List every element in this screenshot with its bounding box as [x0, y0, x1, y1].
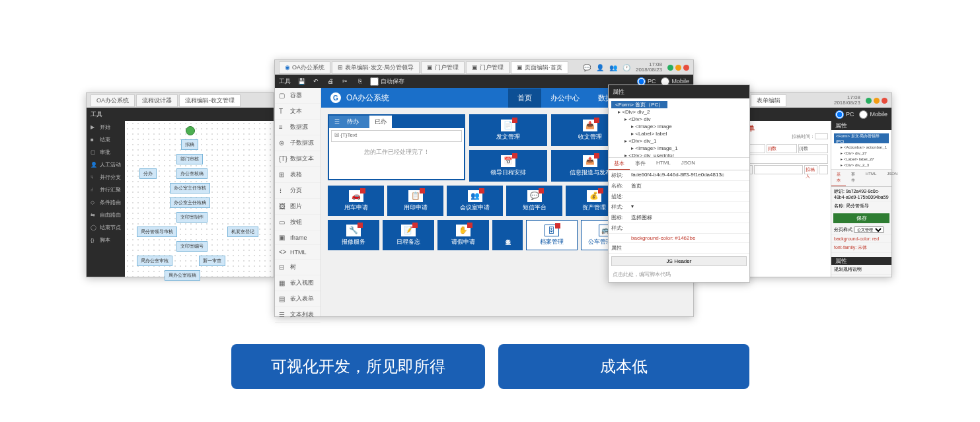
close-icon[interactable]: [882, 98, 887, 104]
prop-tab[interactable]: HTML: [651, 158, 676, 170]
autosave-checkbox[interactable]: 自动保存: [370, 77, 404, 86]
flow-node[interactable]: 办公室主任核稿: [170, 197, 210, 208]
feature-pill-lowcost[interactable]: 成本低: [498, 344, 749, 389]
tile[interactable]: 📄发文管理: [469, 114, 547, 146]
tile[interactable]: 业务系统: [492, 220, 523, 250]
app-tab[interactable]: ⊞表单编辑·发文·局分管领导: [332, 61, 420, 74]
flow-node[interactable]: 分办: [139, 168, 157, 179]
flow-node[interactable]: 文印室制作: [176, 212, 207, 223]
clock-icon[interactable]: 🕐: [622, 64, 630, 71]
tile[interactable]: 👥会议室申请: [447, 186, 503, 216]
js-header-section[interactable]: JS Header: [611, 256, 747, 266]
tile[interactable]: 🔧报修服务: [328, 220, 379, 250]
form-cell[interactable]: {i}数: [798, 144, 829, 153]
print-icon[interactable]: 🖨: [326, 77, 334, 85]
view-mobile-radio[interactable]: Mobile: [859, 110, 887, 119]
nav-item[interactable]: 首页: [508, 88, 541, 108]
element-tree[interactable]: <Form> 首页（PC）▸ <Div> div_2▸ <Div> div▸ <…: [609, 98, 749, 158]
component-item[interactable]: ▭按钮: [275, 215, 320, 230]
component-item[interactable]: ▦嵌入视图: [275, 275, 320, 291]
form-element-tree[interactable]: <Form> 发文·局办管领导(PC)▸ <Actionbar> actionb…: [831, 130, 891, 170]
nav-item[interactable]: 办公中心: [541, 88, 589, 108]
group-icon[interactable]: 👥: [609, 64, 617, 71]
prop-tab[interactable]: 事件: [630, 158, 651, 170]
app-tab[interactable]: ◉OA办公系统: [279, 61, 330, 74]
flow-node[interactable]: 拟稿: [181, 139, 198, 150]
form-cell[interactable]: {i}数: [767, 144, 797, 153]
tile[interactable]: ✋请假申请: [437, 220, 489, 250]
save-button[interactable]: 保存: [833, 213, 889, 223]
flow-node[interactable]: 局分管领导审核: [137, 227, 177, 237]
feature-pill-wysiwyg[interactable]: 可视化开发，所见即所得: [231, 344, 485, 389]
tile[interactable]: 🗄档案管理: [526, 220, 578, 250]
prop-tab[interactable]: HTML: [860, 170, 882, 186]
palette-item[interactable]: ◯结束节点: [87, 221, 125, 234]
form-cell[interactable]: [819, 165, 828, 174]
palette-item[interactable]: ▶开始: [87, 121, 125, 133]
flow-start-node[interactable]: [186, 126, 195, 135]
flow-node[interactable]: 部门审核: [176, 154, 203, 164]
component-item[interactable]: ▢容器: [275, 88, 320, 104]
todo-tab[interactable]: 已办: [369, 116, 392, 128]
chat-icon[interactable]: 💬: [583, 64, 591, 71]
tile[interactable]: 📅领导日程安排: [469, 150, 547, 182]
tile[interactable]: 📝日程备忘: [383, 220, 434, 250]
tile[interactable]: 🚗用车申请: [328, 186, 384, 216]
form-cell[interactable]: [754, 165, 803, 174]
prop-tab[interactable]: JSON: [882, 170, 903, 186]
todo-panel[interactable]: ☰ 待办 已办 ☒ {T}Text 您的工作已经处理完了！: [328, 114, 465, 180]
palette-item[interactable]: ⇆自由路由: [87, 209, 125, 221]
style-dropdown[interactable]: 分页样式 公文管理: [831, 225, 891, 235]
app-tab[interactable]: ▣页面编辑·首页: [511, 61, 568, 74]
component-item[interactable]: ☰文本列表: [275, 307, 320, 323]
component-item[interactable]: ▣Iframe: [275, 230, 320, 245]
palette-item[interactable]: ⑂并行分支: [87, 171, 125, 184]
minimize-icon[interactable]: [667, 65, 673, 71]
todo-field[interactable]: ☒ {T}Text: [331, 130, 462, 142]
component-item[interactable]: ≡数据源: [275, 120, 320, 135]
save-icon[interactable]: 💾: [297, 77, 305, 85]
undo-icon[interactable]: ↶: [312, 77, 320, 85]
component-item[interactable]: ⊟树: [275, 260, 320, 275]
prop-tab[interactable]: 事件: [846, 170, 860, 186]
script-placeholder[interactable]: 点击此处，编写脚本代码: [609, 269, 749, 280]
app-tab[interactable]: 流程编辑-收文管理: [179, 94, 241, 107]
component-item[interactable]: ▤嵌入表单: [275, 291, 320, 307]
todo-tab[interactable]: ☰ 待办: [329, 116, 369, 128]
user-icon[interactable]: 👤: [596, 64, 604, 71]
prop-tab[interactable]: 基本: [831, 170, 846, 186]
view-pc-radio[interactable]: PC: [835, 110, 854, 119]
flow-node[interactable]: 文印室编号: [176, 241, 207, 252]
component-item[interactable]: {T}数据文本: [275, 151, 320, 167]
palette-item[interactable]: ⑃并行汇聚: [87, 184, 125, 196]
close-icon[interactable]: [683, 65, 689, 71]
palette-item[interactable]: ▢审批: [87, 146, 125, 158]
app-tab[interactable]: ▣门户管理: [421, 61, 465, 74]
tile[interactable]: 📋用印申请: [387, 186, 443, 216]
flow-node[interactable]: 办公室核稿: [176, 168, 207, 179]
component-item[interactable]: ⫶分页: [275, 183, 320, 199]
workflow-canvas[interactable]: 拟稿 部门审核 分办 办公室核稿 办公室主任审核 办公室主任核稿 文印室制作 局…: [125, 121, 274, 277]
component-item[interactable]: <>HTML: [275, 245, 320, 260]
app-tab[interactable]: ▣门户管理: [466, 61, 509, 74]
component-item[interactable]: ⊞表格: [275, 167, 320, 183]
component-item[interactable]: ⊜子数据源: [275, 135, 320, 151]
flow-node[interactable]: 局办公室核稿: [165, 270, 200, 281]
flow-node[interactable]: 办公室主任审核: [170, 183, 210, 193]
prop-tab[interactable]: 基本: [609, 158, 630, 170]
palette-item[interactable]: ◇条件路由: [87, 196, 125, 209]
app-tab[interactable]: OA办公系统: [91, 94, 135, 107]
cut-icon[interactable]: ✂: [341, 77, 349, 85]
flow-node[interactable]: 机要室登记: [227, 227, 258, 237]
palette-item[interactable]: ■结束: [87, 133, 125, 146]
flow-node[interactable]: 新一审查: [199, 256, 225, 266]
component-item[interactable]: T文本: [275, 104, 320, 120]
palette-item[interactable]: {}脚本: [87, 234, 125, 246]
tile[interactable]: 💬短信平台: [506, 186, 562, 216]
maximize-icon[interactable]: [675, 65, 681, 71]
copy-icon[interactable]: ⎘: [356, 77, 363, 85]
app-tab[interactable]: 流程设计器: [136, 94, 178, 107]
palette-item[interactable]: 👤人工活动: [87, 158, 125, 171]
component-item[interactable]: 🖼图片: [275, 199, 320, 215]
flow-node[interactable]: 局办公室审核: [137, 256, 172, 266]
